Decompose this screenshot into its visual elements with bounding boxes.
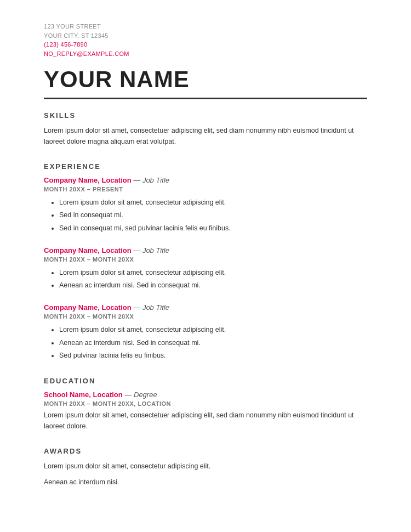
experience-entry-2: Company Name, Location — Job Title MONTH… — [44, 246, 367, 292]
edu-1-dash: — — [124, 390, 134, 399]
awards-title: AWARDS — [44, 447, 367, 455]
bullet: Sed in consequat mi. — [59, 210, 367, 221]
skills-section: SKILLS Lorem ipsum dolor sit amet, conse… — [44, 111, 367, 147]
street-line: 123 YOUR STREET — [44, 22, 367, 31]
edu-1-degree: Degree — [134, 390, 157, 399]
education-title: EDUCATION — [44, 377, 367, 385]
entry-3-company: Company Name, Location — [44, 303, 132, 312]
bullet: Lorem ipsum dolor sit amet, consectetur … — [59, 267, 367, 279]
awards-text: Lorem ipsum dolor sit amet, consectetur … — [44, 461, 367, 489]
bullet: Sed pulvinar lacinia felis eu finibus. — [59, 350, 367, 361]
phone-line: (123) 456-7890 — [44, 40, 367, 49]
entry-1-header: Company Name, Location — Job Title — [44, 176, 367, 184]
awards-line-2: Aenean ac interdum nisi. — [44, 477, 367, 488]
education-entry-1: School Name, Location — Degree MONTH 20X… — [44, 390, 367, 432]
entry-3-header: Company Name, Location — Job Title — [44, 303, 367, 312]
entry-1-company: Company Name, Location — [44, 176, 132, 184]
entry-2-bullets: Lorem ipsum dolor sit amet, consectetur … — [59, 267, 367, 292]
name-section: YOUR NAME — [44, 67, 367, 92]
entry-2-dash: — — [133, 246, 142, 254]
name-divider — [44, 98, 367, 99]
bullet: Aenean ac interdum nisi. Sed in consequa… — [59, 280, 367, 291]
entry-1-bullets: Lorem ipsum dolor sit amet, consectetur … — [59, 197, 367, 234]
experience-section: EXPERIENCE Company Name, Location — Job … — [44, 162, 367, 361]
entry-2-title: Job Title — [142, 246, 169, 254]
entry-2-company: Company Name, Location — [44, 246, 132, 254]
edu-1-school: School Name, Location — [44, 390, 123, 399]
entry-3-dash: — — [133, 303, 142, 312]
entry-1-date: MONTH 20XX – PRESENT — [44, 186, 367, 193]
entry-1-dash: — — [133, 176, 142, 184]
awards-line-1: Lorem ipsum dolor sit amet, consectetur … — [44, 461, 367, 472]
education-section: EDUCATION School Name, Location — Degree… — [44, 377, 367, 432]
experience-title: EXPERIENCE — [44, 162, 367, 171]
experience-entry-1: Company Name, Location — Job Title MONTH… — [44, 176, 367, 234]
address-block: 123 YOUR STREET YOUR CITY, ST 12345 (123… — [44, 22, 367, 58]
edu-1-header: School Name, Location — Degree — [44, 390, 367, 399]
entry-3-title: Job Title — [142, 303, 169, 312]
bullet: Lorem ipsum dolor sit amet, consectetur … — [59, 324, 367, 336]
entry-2-header: Company Name, Location — Job Title — [44, 246, 367, 254]
bullet: Lorem ipsum dolor sit amet, consectetur … — [59, 197, 367, 208]
city-state-line: YOUR CITY, ST 12345 — [44, 31, 367, 41]
entry-3-bullets: Lorem ipsum dolor sit amet, consectetur … — [59, 324, 367, 361]
entry-3-date: MONTH 20XX – MONTH 20XX — [44, 313, 367, 320]
skills-text: Lorem ipsum dolor sit amet, consectetuer… — [44, 125, 367, 147]
edu-1-date: MONTH 20XX – MONTH 20XX, LOCATION — [44, 400, 367, 407]
entry-2-date: MONTH 20XX – MONTH 20XX — [44, 256, 367, 263]
entry-1-title: Job Title — [142, 176, 169, 184]
email-line: NO_REPLY@EXAMPLE.COM — [44, 49, 367, 59]
skills-title: SKILLS — [44, 111, 367, 120]
experience-entry-3: Company Name, Location — Job Title MONTH… — [44, 303, 367, 361]
resume-name: YOUR NAME — [44, 67, 367, 92]
edu-1-text: Lorem ipsum dolor sit amet, consectetuer… — [44, 410, 367, 432]
bullet: Sed in consequat mi, sed pulvinar lacini… — [59, 223, 367, 234]
awards-section: AWARDS Lorem ipsum dolor sit amet, conse… — [44, 447, 367, 489]
bullet: Aenean ac interdum nisi. Sed in consequa… — [59, 337, 367, 349]
